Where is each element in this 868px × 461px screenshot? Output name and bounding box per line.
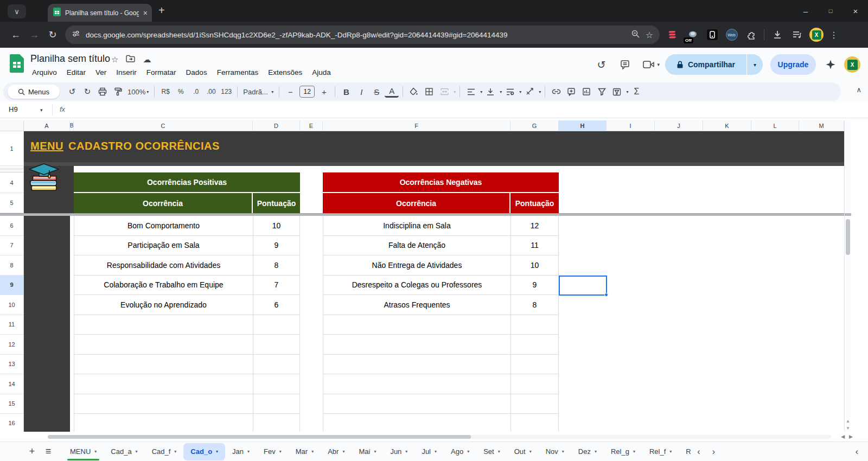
move-folder-icon[interactable]	[126, 55, 135, 65]
cell-score[interactable]	[511, 335, 558, 354]
cell-occurrence[interactable]	[74, 374, 253, 394]
sheet-tab-mai[interactable]: Mai▾	[352, 442, 383, 461]
cell-occurrence[interactable]	[74, 335, 253, 354]
row-header-6[interactable]: 6	[0, 216, 24, 236]
insert-link-button[interactable]	[549, 85, 563, 99]
horizontal-align-caret-icon[interactable]: ▾	[480, 89, 482, 94]
row-header-10[interactable]: 10	[0, 295, 24, 315]
paint-format-button[interactable]	[111, 85, 125, 99]
sheet-tab-nov[interactable]: Nov▾	[539, 442, 571, 461]
cell-score[interactable]	[511, 355, 558, 374]
cell-score[interactable]	[511, 414, 558, 432]
zoom-select[interactable]: 100%▾	[126, 85, 150, 99]
scroll-up-icon[interactable]: ▲	[846, 419, 850, 424]
camera-dropdown-icon[interactable]: ▾	[657, 62, 660, 67]
tab-caret-icon[interactable]: ▾	[374, 449, 376, 454]
profile-avatar[interactable]: X	[809, 28, 824, 42]
sheet-tab-cad-f[interactable]: Cad_f▾	[145, 442, 184, 461]
extension-web-icon[interactable]: Web	[725, 28, 738, 42]
sheet-tab-rel-f[interactable]: Rel_f▾	[642, 442, 679, 461]
tabs-next-icon[interactable]: ›	[712, 447, 715, 457]
cell-occurrence[interactable]: Indisciplina em Sala	[323, 216, 511, 235]
insert-chart-button[interactable]	[579, 85, 593, 99]
undo-button[interactable]: ↺	[65, 85, 79, 99]
sheet-tab-cad-a[interactable]: Cad_a▾	[104, 442, 144, 461]
format-currency-button[interactable]: R$	[158, 85, 173, 99]
cell-score[interactable]: 11	[511, 236, 558, 255]
tabbar-far-scroll-icon[interactable]: ‹	[856, 447, 858, 457]
extension-red-icon[interactable]	[666, 28, 680, 42]
menu-arquivo[interactable]: Arquivo	[28, 67, 61, 78]
cell-score[interactable]: 8	[511, 295, 558, 315]
add-sheet-button[interactable]: +	[24, 444, 40, 460]
column-header-a[interactable]: A	[24, 120, 70, 131]
cell-occurrence[interactable]	[323, 394, 511, 414]
row-header-13[interactable]: 13	[0, 355, 24, 375]
tab-caret-icon[interactable]: ▾	[595, 449, 597, 454]
cell-occurrence[interactable]: Evolução no Aprendizado	[74, 295, 253, 315]
menu-dados[interactable]: Dados	[182, 67, 211, 78]
tab-caret-icon[interactable]: ▾	[342, 449, 344, 454]
selected-cell-h9[interactable]	[559, 276, 607, 296]
column-header-h[interactable]: H	[559, 120, 607, 131]
text-wrap-button[interactable]	[503, 85, 517, 99]
cell-occurrence[interactable]: Desrespeito a Colegas ou Professores	[323, 276, 511, 295]
column-header-i[interactable]: I	[607, 120, 655, 131]
upgrade-button[interactable]: Upgrade	[770, 54, 816, 75]
horizontal-scrollbar-thumb[interactable]	[48, 435, 471, 439]
font-size-input[interactable]: 12	[299, 86, 315, 98]
tab-caret-icon[interactable]: ▾	[216, 449, 218, 454]
grid-corner[interactable]	[0, 120, 24, 131]
menu-editar[interactable]: Editar	[63, 67, 90, 78]
menu-link[interactable]: MENU	[30, 140, 63, 152]
tab-caret-icon[interactable]: ▾	[247, 449, 250, 454]
cell-occurrence[interactable]	[323, 355, 511, 374]
cell-score[interactable]: 10	[511, 255, 558, 275]
zoom-out-icon[interactable]	[631, 29, 640, 41]
decrease-font-size-button[interactable]: −	[283, 85, 297, 99]
scroll-left-icon[interactable]: ◀	[841, 434, 845, 439]
tab-close-icon[interactable]: ×	[143, 9, 148, 17]
font-select[interactable]: Padrã...▾	[241, 85, 275, 99]
cell-occurrence[interactable]: Não Entrega de Atividades	[323, 255, 511, 275]
menu-formatar[interactable]: Formatar	[143, 67, 180, 78]
cell-occurrence[interactable]	[74, 355, 253, 374]
cell-occurrence[interactable]	[74, 414, 253, 432]
maximize-button[interactable]: □	[818, 0, 843, 22]
column-header-c[interactable]: C	[74, 120, 253, 131]
tab-caret-icon[interactable]: ▾	[94, 449, 97, 454]
scroll-down-icon[interactable]: ▼	[846, 426, 850, 431]
sheet-tab-set[interactable]: Set▾	[476, 442, 507, 461]
address-bar[interactable]: docs.google.com/spreadsheets/d/1iSsnSHCd…	[65, 25, 660, 44]
sheet-tab-jul[interactable]: Jul▾	[414, 442, 444, 461]
menus-search-button[interactable]: Menus	[8, 85, 60, 99]
filter-views-caret-icon[interactable]: ▾	[626, 89, 628, 94]
row-header-9[interactable]: 9	[0, 276, 24, 296]
positive-score-header[interactable]: Pontuação	[253, 193, 300, 213]
sheet-tab-fev[interactable]: Fev▾	[257, 442, 289, 461]
text-color-button[interactable]: A	[385, 86, 399, 98]
column-header-k[interactable]: K	[703, 120, 751, 131]
tab-caret-icon[interactable]: ▾	[562, 449, 564, 454]
cell-occurrence[interactable]: Responsabilidade com Atividades	[74, 255, 253, 275]
horizontal-align-button[interactable]	[464, 85, 478, 99]
cell-score[interactable]	[511, 374, 558, 394]
tabs-prev-icon[interactable]: ‹	[697, 447, 700, 457]
cell-occurrence[interactable]	[323, 414, 511, 432]
site-info-icon[interactable]	[72, 29, 80, 40]
row-header-11[interactable]: 11	[0, 315, 24, 335]
column-header-d[interactable]: D	[253, 120, 300, 131]
tab-caret-icon[interactable]: ▾	[174, 449, 176, 454]
borders-button[interactable]	[422, 85, 436, 99]
cell-score[interactable]	[253, 374, 299, 394]
cell-occurrence[interactable]	[323, 335, 511, 354]
cell-score[interactable]	[511, 315, 558, 335]
star-doc-icon[interactable]: ☆	[111, 55, 118, 65]
fill-handle[interactable]	[604, 293, 608, 297]
tab-caret-icon[interactable]: ▾	[136, 449, 138, 454]
extension-off-icon[interactable]: Off	[686, 28, 699, 42]
comments-icon[interactable]	[618, 57, 632, 72]
cloud-status-icon[interactable]: ☁	[143, 55, 151, 65]
cell-occurrence[interactable]	[323, 374, 511, 394]
menu-ajuda[interactable]: Ajuda	[308, 67, 335, 78]
